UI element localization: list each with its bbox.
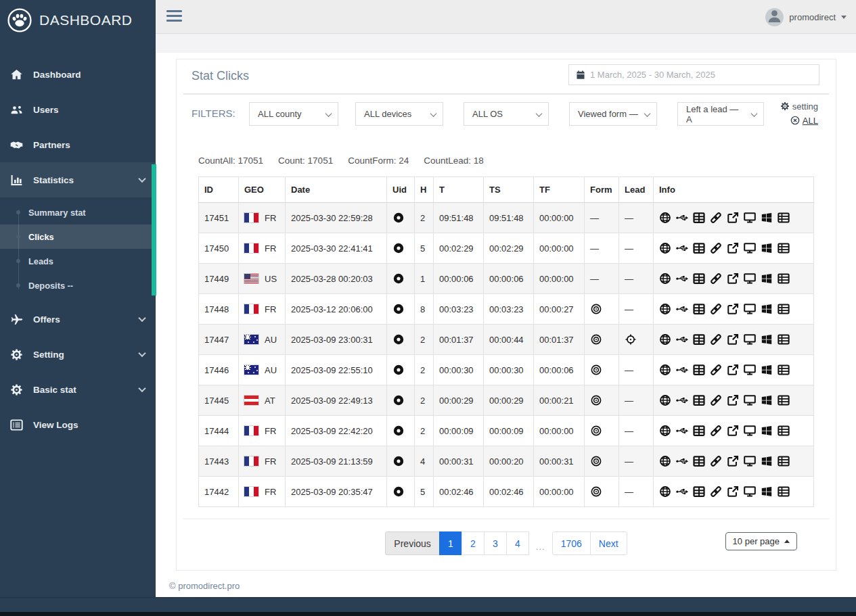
dot-circle-icon[interactable] [392,273,405,285]
link-icon[interactable] [710,364,722,376]
user-menu[interactable]: promodirect [765,0,847,34]
usb-icon[interactable] [676,303,688,315]
external-link-icon[interactable] [727,425,739,437]
link-icon[interactable] [710,394,722,406]
dot-circle-icon[interactable] [392,485,405,498]
external-link-icon[interactable] [727,455,739,467]
filter-viewed-form-select[interactable]: Viewed form — [569,102,657,126]
external-link-icon[interactable] [727,394,739,406]
usb-icon[interactable] [676,485,688,498]
link-icon[interactable] [710,333,722,346]
table-list-icon[interactable] [778,485,790,498]
desktop-icon[interactable] [744,364,756,376]
table-list-icon[interactable] [778,303,790,315]
dot-circle-icon[interactable] [392,425,405,437]
external-link-icon[interactable] [727,212,739,224]
link-icon[interactable] [710,455,722,467]
globe-icon[interactable] [659,425,671,437]
table-list-icon[interactable] [778,212,790,224]
external-link-icon[interactable] [727,485,739,498]
usb-icon[interactable] [676,242,688,254]
sidebar-subitem-summary-stat[interactable]: Summary stat [0,200,156,224]
table-list-icon[interactable] [778,425,790,437]
windows-icon[interactable] [761,242,773,254]
windows-icon[interactable] [761,273,773,285]
link-icon[interactable] [710,212,722,224]
usb-icon[interactable] [676,425,688,437]
page-button-2[interactable]: 2 [461,531,485,555]
sidebar-subitem-leads[interactable]: Leads [0,249,156,273]
globe-icon[interactable] [659,485,671,498]
table-icon[interactable] [693,212,705,224]
last-page-button[interactable]: 1706 [552,531,591,555]
globe-icon[interactable] [659,455,671,467]
link-icon[interactable] [710,273,722,285]
external-link-icon[interactable] [727,273,739,285]
filter-left-lead-select[interactable]: Left a lead — A [677,102,764,126]
table-list-icon[interactable] [778,394,790,406]
filter-os-select[interactable]: ALL OS [464,102,549,126]
table-list-icon[interactable] [778,455,790,467]
table-icon[interactable] [693,333,705,346]
table-icon[interactable] [693,394,705,406]
windows-icon[interactable] [761,425,773,437]
sidebar-item-partners[interactable]: Partners [0,127,156,162]
globe-icon[interactable] [659,242,671,254]
table-list-icon[interactable] [778,364,790,376]
globe-icon[interactable] [659,273,671,285]
usb-icon[interactable] [676,212,688,224]
usb-icon[interactable] [676,455,688,467]
dot-circle-icon[interactable] [392,333,405,346]
desktop-icon[interactable] [744,394,756,406]
desktop-icon[interactable] [744,303,756,315]
external-link-icon[interactable] [727,242,739,254]
per-page-select[interactable]: 10 per page [725,532,797,550]
globe-icon[interactable] [659,394,671,406]
table-icon[interactable] [693,242,705,254]
sidebar-subitem-deposits[interactable]: Deposits -- [0,273,156,298]
usb-icon[interactable] [676,394,688,406]
table-icon[interactable] [693,485,705,498]
table-icon[interactable] [693,364,705,376]
windows-icon[interactable] [761,212,773,224]
table-icon[interactable] [693,425,705,437]
sidebar-scrollbar[interactable] [152,164,156,295]
link-icon[interactable] [710,303,722,315]
dot-circle-icon[interactable] [392,455,405,468]
windows-icon[interactable] [761,485,773,498]
desktop-icon[interactable] [744,212,756,224]
sidebar-subitem-clicks[interactable]: Clicks [0,224,156,249]
windows-icon[interactable] [761,303,773,315]
sidebar-item-users[interactable]: Users [0,92,156,127]
sidebar-item-offers[interactable]: Offers [0,302,156,337]
page-button-3[interactable]: 3 [484,531,507,555]
windows-icon[interactable] [761,394,773,406]
link-icon[interactable] [710,242,722,254]
windows-icon[interactable] [761,455,773,467]
desktop-icon[interactable] [744,333,756,346]
usb-icon[interactable] [676,364,688,376]
dot-circle-icon[interactable] [392,394,405,407]
desktop-icon[interactable] [744,485,756,498]
dot-circle-icon[interactable] [392,303,405,316]
desktop-icon[interactable] [744,455,756,467]
table-icon[interactable] [693,303,705,315]
previous-page-button[interactable]: Previous [385,531,439,555]
filter-country-select[interactable]: ALL county [249,102,338,126]
windows-icon[interactable] [761,333,773,346]
filter-devices-select[interactable]: ALL devices [355,102,443,126]
table-icon[interactable] [693,455,705,467]
globe-icon[interactable] [659,303,671,315]
filter-setting-link[interactable]: setting [780,100,818,112]
link-icon[interactable] [710,425,722,437]
menu-toggle-icon[interactable] [166,10,182,23]
table-list-icon[interactable] [778,333,790,346]
table-list-icon[interactable] [778,242,790,254]
globe-icon[interactable] [659,333,671,346]
table-icon[interactable] [693,273,705,285]
page-button-4[interactable]: 4 [506,531,529,555]
globe-icon[interactable] [659,212,671,224]
filter-clear-all-link[interactable]: ALL [780,114,818,126]
dot-circle-icon[interactable] [392,212,405,224]
link-icon[interactable] [710,485,722,498]
